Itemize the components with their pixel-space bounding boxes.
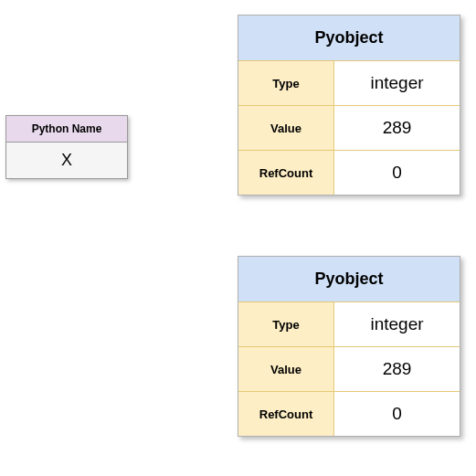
type-label: Type bbox=[238, 61, 334, 105]
pyobject-box-1: Pyobject Type integer Value 289 RefCount… bbox=[238, 15, 460, 196]
value-label: Value bbox=[238, 106, 334, 150]
value-value: 289 bbox=[334, 106, 460, 150]
value-value: 289 bbox=[334, 347, 460, 391]
pyobject-value-row: Value 289 bbox=[238, 346, 460, 391]
python-name-value: X bbox=[5, 143, 128, 179]
refcount-value: 0 bbox=[334, 151, 460, 195]
type-label: Type bbox=[238, 302, 334, 346]
pyobject-value-row: Value 289 bbox=[238, 105, 460, 150]
type-value: integer bbox=[334, 61, 460, 105]
pyobject-box-2: Pyobject Type integer Value 289 RefCount… bbox=[238, 256, 460, 437]
pyobject-type-row: Type integer bbox=[238, 302, 460, 346]
pyobject-refcount-row: RefCount 0 bbox=[238, 150, 460, 195]
python-name-box: Python Name X bbox=[5, 115, 128, 179]
refcount-value: 0 bbox=[334, 392, 460, 436]
type-value: integer bbox=[334, 302, 460, 346]
value-label: Value bbox=[238, 347, 334, 391]
pyobject-refcount-row: RefCount 0 bbox=[238, 391, 460, 436]
refcount-label: RefCount bbox=[238, 151, 334, 195]
pyobject-type-row: Type integer bbox=[238, 61, 460, 105]
refcount-label: RefCount bbox=[238, 392, 334, 436]
pyobject-title: Pyobject bbox=[238, 16, 460, 61]
pyobject-title: Pyobject bbox=[238, 257, 460, 302]
python-name-header: Python Name bbox=[5, 115, 128, 143]
